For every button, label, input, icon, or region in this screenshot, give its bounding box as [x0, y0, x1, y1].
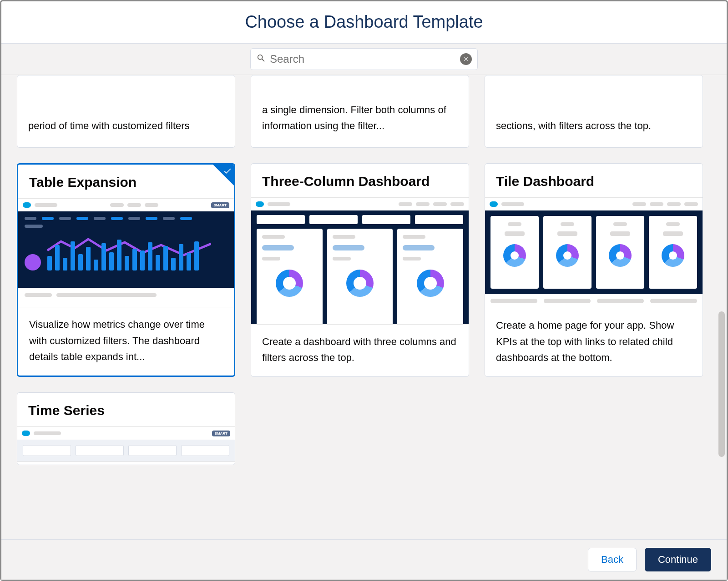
template-card-partial[interactable]: a single dimension. Filter both columns …	[251, 75, 469, 148]
card-preview: SMART	[18, 198, 234, 307]
smart-badge: SMART	[211, 202, 229, 208]
cloud-icon	[490, 201, 498, 207]
template-card-time-series[interactable]: Time Series SMART	[17, 392, 235, 465]
modal-footer: Back Continue	[1, 539, 727, 580]
clear-search-button[interactable]	[460, 53, 472, 65]
card-title: Tile Dashboard	[485, 164, 703, 197]
scrollbar-thumb[interactable]	[718, 311, 725, 457]
template-card-partial[interactable]: period of time with customized filters	[17, 75, 235, 148]
modal-header: Choose a Dashboard Template	[1, 1, 727, 44]
continue-button[interactable]: Continue	[645, 548, 711, 571]
back-button[interactable]: Back	[588, 548, 637, 571]
card-description: period of time with customized filters	[17, 118, 235, 147]
card-description: a single dimension. Filter both columns …	[251, 102, 469, 147]
card-preview: SMART	[17, 426, 235, 462]
template-list-scroll[interactable]: period of time with customized filters a…	[1, 75, 727, 539]
search-input-container	[250, 48, 478, 70]
card-description: Visualize how metrics change over time w…	[18, 307, 234, 376]
card-description: Create a home page for your app. Show KP…	[485, 308, 703, 376]
card-preview	[251, 197, 469, 325]
cloud-icon	[23, 202, 31, 208]
card-preview	[485, 197, 703, 308]
card-title: Table Expansion	[18, 165, 234, 198]
template-card-table-expansion[interactable]: Table Expansion SMART	[17, 163, 235, 377]
search-bar	[1, 44, 727, 75]
card-title: Time Series	[17, 393, 235, 426]
selected-corner	[213, 165, 234, 185]
card-description: Create a dashboard with three columns an…	[251, 325, 469, 376]
smart-badge: SMART	[212, 431, 230, 436]
modal-title: Choose a Dashboard Template	[1, 12, 727, 32]
cloud-icon	[256, 201, 264, 207]
cloud-icon	[22, 431, 30, 436]
template-card-partial[interactable]: sections, with filters across the top.	[485, 75, 703, 148]
template-card-three-column[interactable]: Three-Column Dashboard	[251, 163, 469, 377]
template-picker-modal: Choose a Dashboard Template period of ti…	[0, 0, 728, 581]
card-description: sections, with filters across the top.	[485, 118, 703, 147]
search-input[interactable]	[270, 53, 460, 65]
search-icon	[256, 53, 266, 65]
template-grid: period of time with customized filters a…	[1, 75, 727, 481]
template-card-tile-dashboard[interactable]: Tile Dashboard	[485, 163, 703, 377]
card-title: Three-Column Dashboard	[251, 164, 469, 197]
